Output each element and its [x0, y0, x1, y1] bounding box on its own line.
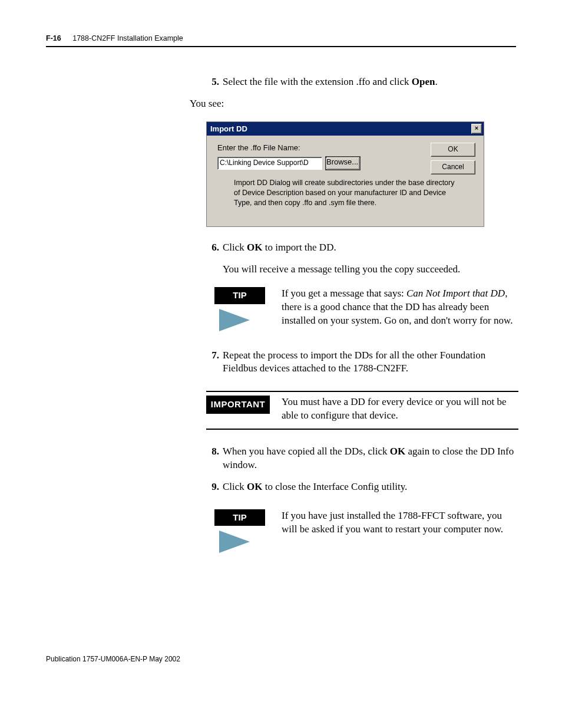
- step-body: Select the file with the extension .ffo …: [223, 75, 518, 89]
- step-9: 9. Click OK to close the Interface Confi…: [206, 480, 518, 494]
- ffo-file-input[interactable]: C:\Linking Device Support\D: [217, 157, 322, 170]
- close-icon[interactable]: ×: [471, 124, 482, 134]
- you-see-text: You see:: [190, 97, 518, 111]
- step-follow: You will receive a message telling you t…: [223, 263, 518, 276]
- cancel-button[interactable]: Cancel: [431, 160, 475, 174]
- dialog-titlebar: Import DD ×: [207, 122, 484, 136]
- header-title: 1788-CN2FF Installation Example: [72, 34, 183, 42]
- step-number: 7.: [206, 349, 219, 376]
- tip-box-1: TIP If you get a message that says: Can …: [206, 287, 518, 331]
- page-number: F-16: [46, 34, 61, 42]
- content-column: 5. Select the file with the extension .f…: [206, 75, 518, 553]
- dialog-body: Enter the .ffo File Name: C:\Linking Dev…: [207, 136, 484, 226]
- dialog-title: Import DD: [210, 124, 247, 134]
- tip-left: TIP: [206, 287, 273, 331]
- important-left: IMPORTANT: [206, 396, 273, 423]
- step-body: When you have copied all the DDs, click …: [223, 445, 518, 472]
- tip-text: If you have just installed the 1788-FFCT…: [273, 509, 518, 553]
- step-number: 8.: [206, 445, 219, 472]
- arrow-icon: [219, 531, 273, 553]
- svg-marker-1: [219, 531, 250, 553]
- step-5: 5. Select the file with the extension .f…: [206, 75, 518, 89]
- tip-text: If you get a message that says: Can Not …: [273, 287, 518, 331]
- import-dd-dialog: Import DD × Enter the .ffo File Name: C:…: [206, 121, 484, 228]
- publication-footer: Publication 1757-UM006A-EN-P May 2002: [46, 655, 180, 663]
- page-header: F-16 1788-CN2FF Installation Example: [46, 34, 516, 42]
- step-7: 7. Repeat the process to import the DDs …: [206, 349, 518, 376]
- tip-left: TIP: [206, 509, 273, 553]
- important-text: You must have a DD for every device or y…: [273, 396, 518, 423]
- step-body: Repeat the process to import the DDs for…: [223, 349, 518, 376]
- step-8: 8. When you have copied all the DDs, cli…: [206, 445, 518, 472]
- important-badge: IMPORTANT: [206, 396, 270, 413]
- step-number: 9.: [206, 480, 219, 494]
- browse-button[interactable]: Browse...: [326, 157, 360, 170]
- page: F-16 1788-CN2FF Installation Example 5. …: [0, 0, 562, 694]
- header-rule: [46, 46, 516, 47]
- step-body: Click OK to close the Interface Config u…: [223, 480, 518, 494]
- dialog-description: Import DD Dialog will create subdirector…: [234, 178, 458, 208]
- svg-marker-0: [219, 309, 250, 331]
- step-number: 5.: [206, 75, 219, 89]
- tip-box-2: TIP If you have just installed the 1788-…: [206, 509, 518, 553]
- tip-badge: TIP: [214, 509, 265, 526]
- tip-badge: TIP: [214, 287, 265, 304]
- step-number: 6.: [206, 241, 219, 276]
- dialog-actions: OK Cancel: [431, 143, 475, 174]
- step-6: 6. Click OK to import the DD. You will r…: [206, 241, 518, 276]
- important-box: IMPORTANT You must have a DD for every d…: [206, 391, 518, 430]
- ok-button[interactable]: OK: [431, 143, 475, 157]
- step-body: Click OK to import the DD. You will rece…: [223, 241, 518, 276]
- arrow-icon: [219, 309, 273, 331]
